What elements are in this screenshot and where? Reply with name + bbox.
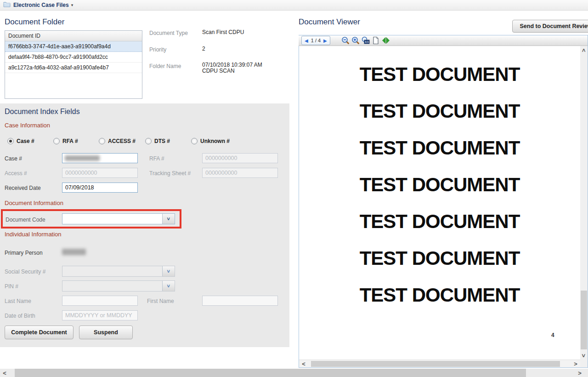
- document-text-line: TEST DOCUMENT: [299, 203, 580, 240]
- ssn-dropdown-button[interactable]: >: [162, 266, 175, 276]
- zoom-out-icon[interactable]: [340, 36, 351, 45]
- primary-person-redacted-value: [62, 249, 86, 255]
- radio-label: Unknown #: [200, 138, 230, 144]
- document-code-dropdown-button[interactable]: >: [162, 214, 175, 224]
- case-information-heading: Case Information: [5, 122, 50, 129]
- scroll-up-button[interactable]: >: [580, 46, 588, 54]
- page-navigation: ◀ 1 / 4 ▶: [301, 36, 330, 45]
- radio-access-number[interactable]: ACCESS #: [99, 138, 136, 144]
- tracking-sheet-label: Tracking Sheet #: [149, 170, 191, 177]
- chevron-down-icon: >: [166, 217, 171, 220]
- document-text-line: TEST DOCUMENT: [299, 277, 580, 314]
- svg-text:1:1: 1:1: [365, 40, 368, 43]
- case-number-redacted-value: [65, 155, 100, 161]
- viewer-horizontal-scrollbar[interactable]: < >: [299, 360, 580, 367]
- document-id-row[interactable]: defaa9f4-7b88-4870-9cc7-a91900afd2cc: [5, 52, 142, 63]
- ssn-label: Social Security #: [5, 268, 45, 275]
- tracking-sheet-input[interactable]: [202, 168, 278, 178]
- case-number-label: Case #: [5, 155, 22, 162]
- ssn-value: [62, 266, 162, 276]
- radio-rfa-number[interactable]: RFA #: [53, 138, 78, 144]
- single-page-icon[interactable]: [371, 36, 381, 45]
- folder-name-label: Folder Name: [149, 63, 181, 69]
- pin-dropdown[interactable]: >: [62, 280, 175, 291]
- radio-button[interactable]: [191, 138, 198, 144]
- horizontal-scroll-thumb[interactable]: [311, 361, 560, 367]
- document-text-line: TEST DOCUMENT: [299, 93, 580, 130]
- chevron-left-icon: <: [302, 361, 305, 367]
- page-scroll-right-button[interactable]: >: [575, 369, 584, 377]
- document-id-row[interactable]: a9c1272a-fd6a-4032-a8af-a91900afe4b7: [5, 63, 142, 73]
- pin-dropdown-button[interactable]: >: [162, 281, 175, 291]
- page-scroll-thumb[interactable]: [15, 369, 526, 377]
- menu-caret-icon[interactable]: ▾: [71, 3, 74, 7]
- next-page-icon[interactable]: ▶: [322, 38, 328, 43]
- document-text-line: TEST DOCUMENT: [299, 240, 580, 277]
- radio-case-number[interactable]: Case #: [7, 138, 34, 144]
- chevron-up-icon: >: [581, 48, 587, 52]
- received-date-label: Received Date: [5, 185, 41, 191]
- viewer-toolbar: ◀ 1 / 4 ▶ 1:1: [299, 35, 588, 46]
- document-id-column-header: Document ID: [5, 31, 142, 41]
- radio-label: DTS #: [154, 138, 170, 144]
- date-of-birth-input[interactable]: [62, 310, 138, 320]
- fit-width-icon[interactable]: [381, 36, 391, 45]
- radio-button[interactable]: [53, 138, 60, 144]
- first-name-label: First Name: [147, 298, 174, 304]
- document-code-label: Document Code: [6, 217, 45, 223]
- suspend-button[interactable]: Suspend: [79, 326, 133, 339]
- first-name-input[interactable]: [202, 296, 278, 306]
- scroll-left-button[interactable]: <: [299, 360, 308, 368]
- document-information-heading: Document Information: [5, 200, 63, 206]
- document-viewer-heading: Document Viewer: [299, 17, 360, 27]
- last-name-input[interactable]: [62, 296, 138, 306]
- radio-unknown-number[interactable]: Unknown #: [191, 138, 230, 144]
- radio-button[interactable]: [145, 138, 152, 144]
- scroll-right-button[interactable]: >: [571, 360, 580, 368]
- scroll-down-button[interactable]: >: [580, 351, 588, 360]
- document-text-line: TEST DOCUMENT: [299, 166, 580, 203]
- ssn-dropdown[interactable]: >: [62, 266, 175, 277]
- access-number-input[interactable]: [62, 168, 138, 178]
- document-id-list: Document ID f6766bb3-3747-4d1e-aae3-a919…: [5, 30, 142, 99]
- priority-value: 2: [202, 46, 205, 52]
- document-code-value: [62, 214, 162, 224]
- received-date-input[interactable]: [62, 183, 138, 193]
- zoom-in-icon[interactable]: [351, 36, 361, 45]
- send-to-document-review-button[interactable]: Send to Document Review: [512, 20, 588, 33]
- viewer-vertical-scrollbar[interactable]: > >: [580, 46, 588, 360]
- rfa-number-label: RFA #: [149, 155, 164, 162]
- document-index-fields-heading: Document Index Fields: [5, 108, 80, 116]
- document-type-label: Document Type: [149, 30, 188, 36]
- chevron-down-icon: >: [581, 354, 587, 357]
- chevron-down-icon: >: [166, 270, 171, 273]
- document-type-value: Scan First CDPU: [202, 29, 244, 35]
- rfa-number-input[interactable]: [202, 153, 278, 163]
- radio-label: Case #: [17, 138, 34, 144]
- last-name-label: Last Name: [5, 298, 31, 304]
- individual-information-heading: Individual Information: [5, 231, 62, 238]
- radio-dts-number[interactable]: DTS #: [145, 138, 170, 144]
- chevron-left-icon: <: [3, 370, 6, 376]
- priority-label: Priority: [149, 46, 166, 53]
- app-menu-title[interactable]: Electronic Case Files: [13, 2, 69, 8]
- radio-label: ACCESS #: [108, 138, 136, 144]
- radio-button-selected[interactable]: [7, 138, 14, 144]
- previous-page-icon[interactable]: ◀: [303, 38, 310, 43]
- chevron-down-icon: >: [166, 285, 171, 287]
- document-code-dropdown[interactable]: >: [62, 213, 175, 224]
- complete-document-button[interactable]: Complete Document: [5, 326, 74, 339]
- page-scroll-left-button[interactable]: <: [0, 369, 9, 377]
- vertical-scroll-thumb[interactable]: [581, 291, 587, 349]
- top-menu-bar: Electronic Case Files ▾: [0, 0, 588, 11]
- document-id-row-selected[interactable]: f6766bb3-3747-4d1e-aae3-a91900af9a4d: [5, 41, 142, 52]
- actual-size-icon[interactable]: 1:1: [361, 36, 371, 45]
- date-of-birth-label: Date of Birth: [5, 313, 35, 319]
- chevron-right-icon: >: [574, 361, 577, 367]
- primary-person-label: Primary Person: [5, 250, 43, 256]
- pin-value: [62, 281, 162, 291]
- page-horizontal-scrollbar[interactable]: < >: [0, 369, 588, 377]
- radio-button[interactable]: [99, 138, 105, 144]
- document-page[interactable]: TEST DOCUMENT TEST DOCUMENT TEST DOCUMEN…: [299, 46, 580, 360]
- page-indicator: 1 / 4: [310, 38, 322, 43]
